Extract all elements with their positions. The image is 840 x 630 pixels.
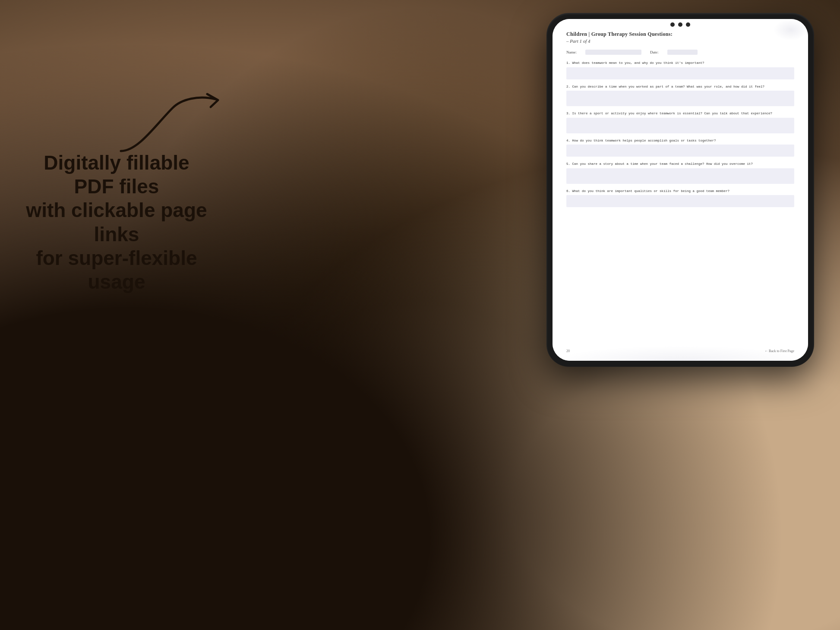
question-1-text: 1. What does teamwork mean to you, and w…: [566, 61, 794, 66]
back-to-first-page-link[interactable]: ← Back to First Page: [764, 349, 794, 353]
tablet-camera-dot-2: [678, 22, 682, 27]
arrow-icon: [112, 91, 233, 160]
pdf-footer: 20 ← Back to First Page: [566, 349, 794, 353]
tablet-camera-bar: [670, 22, 690, 27]
question-6-text: 6. What do you think are important quali…: [566, 189, 794, 194]
question-4-text: 4. How do you think teamwork helps peopl…: [566, 139, 794, 143]
answer-area-3[interactable]: [566, 118, 794, 133]
question-2: 2. Can you describe a time when you work…: [566, 85, 794, 107]
answer-area-5[interactable]: [566, 168, 794, 184]
date-label: Date:: [650, 50, 659, 54]
question-6: 6. What do you think are important quali…: [566, 189, 794, 208]
tagline: Digitally fillable PDF files with clicka…: [26, 151, 207, 294]
answer-area-1[interactable]: [566, 67, 794, 79]
pdf-subtitle: – Part 1 of 4: [566, 38, 794, 44]
question-4: 4. How do you think teamwork helps peopl…: [566, 139, 794, 157]
question-3: 3. Is there a sport or activity you enjo…: [566, 111, 794, 133]
question-5: 5. Can you share a story about a time wh…: [566, 162, 794, 184]
tablet-outer-frame: Children | Group Therapy Session Questio…: [546, 13, 814, 367]
question-5-text: 5. Can you share a story about a time wh…: [566, 162, 794, 167]
answer-area-4[interactable]: [566, 145, 794, 157]
pdf-page-number: 20: [566, 349, 570, 353]
question-1: 1. What does teamwork mean to you, and w…: [566, 61, 794, 79]
tablet-camera-dot: [670, 22, 675, 27]
tablet: Children | Group Therapy Session Questio…: [546, 13, 814, 367]
pdf-footer-decoration: [553, 346, 808, 361]
pdf-name-date-row: Name: Date:: [566, 50, 794, 55]
name-input-field[interactable]: [585, 50, 641, 55]
question-2-text: 2. Can you describe a time when you work…: [566, 85, 794, 89]
question-3-text: 3. Is there a sport or activity you enjo…: [566, 111, 794, 116]
name-label: Name:: [566, 50, 577, 54]
left-content: Digitally fillable PDF files with clicka…: [26, 78, 207, 294]
pdf-title: Children | Group Therapy Session Questio…: [566, 31, 794, 38]
answer-area-6[interactable]: [566, 195, 794, 207]
tablet-screen: Children | Group Therapy Session Questio…: [553, 19, 808, 361]
date-input-field[interactable]: [667, 50, 698, 55]
answer-area-2[interactable]: [566, 91, 794, 106]
tablet-camera-dot-3: [686, 22, 690, 27]
pdf-corner-decoration: [774, 19, 808, 41]
pdf-page: Children | Group Therapy Session Questio…: [553, 19, 808, 361]
